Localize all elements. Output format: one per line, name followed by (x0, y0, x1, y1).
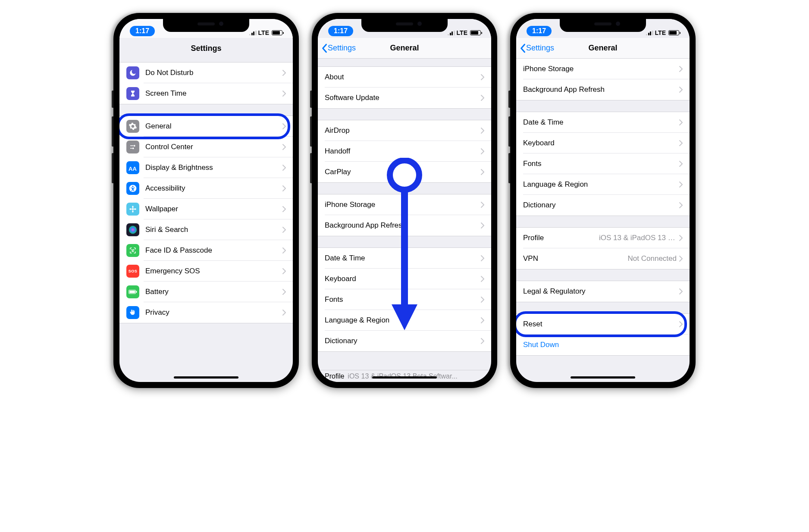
svg-point-8 (129, 208, 132, 210)
notch (361, 19, 448, 32)
home-indicator (571, 376, 635, 379)
back-button[interactable]: Settings (520, 44, 554, 53)
nav-title: General (390, 44, 419, 53)
row-wallpaper[interactable]: Wallpaper (119, 199, 293, 219)
row-label: Software Update (325, 94, 481, 102)
row-label: Shut Down (523, 341, 683, 349)
partial-row-profile[interactable]: Profile iOS 13 & iPadOS 13 Beta Softwar.… (318, 370, 491, 382)
svg-rect-14 (129, 291, 135, 293)
chevron-right-icon (679, 140, 683, 146)
svg-rect-15 (136, 291, 137, 293)
row-keyboard[interactable]: Keyboard (516, 133, 690, 153)
chevron-right-icon (481, 297, 484, 303)
row-control-center[interactable]: Control Center (119, 137, 293, 157)
row-label: Privacy (145, 308, 282, 317)
svg-point-9 (134, 208, 136, 210)
row-airdrop[interactable]: AirDrop (318, 120, 491, 141)
svg-point-4 (132, 186, 134, 187)
row-label: AirDrop (325, 126, 481, 135)
row-language-region[interactable]: Language & Region (318, 310, 491, 331)
svg-point-11 (132, 250, 132, 250)
nav-bar: Settings General (516, 38, 690, 59)
svg-point-10 (129, 226, 137, 234)
row-label: Dictionary (325, 337, 481, 345)
chevron-right-icon (481, 338, 484, 344)
row-date-time[interactable]: Date & Time (318, 248, 491, 269)
row-emergency-sos[interactable]: SOSEmergency SOS (119, 261, 293, 282)
row-keyboard[interactable]: Keyboard (318, 269, 491, 289)
row-label: Wallpaper (145, 205, 282, 213)
row-general[interactable]: General (119, 116, 293, 137)
row-label: Handoff (325, 147, 481, 156)
chevron-right-icon (481, 128, 484, 134)
chevron-right-icon (481, 276, 484, 282)
row-dictionary[interactable]: Dictionary (516, 195, 690, 216)
row-dictionary[interactable]: Dictionary (318, 331, 491, 351)
svg-point-1 (132, 147, 134, 149)
chevron-right-icon (282, 70, 286, 76)
phone-frame-1: 1:17 LTE Settings Do Not DisturbScreen T… (113, 13, 299, 388)
row-label: General (145, 122, 282, 131)
back-button[interactable]: Settings (321, 44, 356, 53)
row-battery[interactable]: Battery (119, 282, 293, 302)
row-legal-regulatory[interactable]: Legal & Regulatory (516, 281, 690, 302)
row-do-not-disturb[interactable]: Do Not Disturb (119, 63, 293, 83)
row-value: iOS 13 & iPadOS 13 Beta Softwar... (599, 234, 677, 242)
chevron-right-icon (282, 247, 286, 253)
battery-icon (668, 30, 679, 35)
back-label: Settings (526, 44, 554, 53)
row-label: Background App Refresh (523, 85, 679, 94)
phone-frame-3: 1:17 LTE Settings General iPhone Storage… (510, 13, 696, 388)
row-vpn[interactable]: VPNNot Connected (516, 248, 690, 269)
row-face-id-passcode[interactable]: Face ID & Passcode (119, 240, 293, 261)
chevron-right-icon (481, 222, 484, 228)
row-software-update[interactable]: Software Update (318, 88, 491, 108)
chevron-right-icon (481, 95, 484, 101)
svg-point-6 (132, 206, 133, 208)
sos-icon: SOS (126, 265, 139, 278)
row-profile[interactable]: ProfileiOS 13 & iPadOS 13 Beta Softwar..… (516, 228, 690, 248)
row-label: iPhone Storage (325, 200, 481, 209)
home-indicator (372, 376, 437, 379)
row-reset[interactable]: Reset (516, 314, 690, 335)
chevron-right-icon (679, 288, 683, 294)
battery-icon (470, 30, 481, 35)
row-about[interactable]: About (318, 67, 491, 88)
chevron-right-icon (679, 235, 683, 241)
chevron-right-icon (679, 202, 683, 208)
status-time: 1:17 (527, 26, 552, 36)
row-fonts[interactable]: Fonts (318, 289, 491, 310)
chevron-left-icon (321, 44, 327, 53)
row-background-app-refresh[interactable]: Background App Refresh (516, 79, 690, 100)
chevron-right-icon (679, 256, 683, 262)
chevron-right-icon (481, 74, 484, 80)
row-privacy[interactable]: Privacy (119, 302, 293, 323)
row-value: Not Connected (628, 254, 677, 263)
row-carplay[interactable]: CarPlay (318, 162, 491, 182)
gear-icon (126, 120, 139, 133)
row-label: Emergency SOS (145, 267, 282, 275)
notch (163, 19, 249, 32)
row-fonts[interactable]: Fonts (516, 153, 690, 174)
row-label: Accessibility (145, 184, 282, 193)
row-label: Keyboard (325, 275, 481, 283)
row-date-time[interactable]: Date & Time (516, 112, 690, 133)
row-display-brightness[interactable]: AADisplay & Brightness (119, 157, 293, 178)
row-language-region[interactable]: Language & Region (516, 174, 690, 195)
row-siri-search[interactable]: Siri & Search (119, 219, 293, 240)
faceid-icon (126, 244, 139, 257)
svg-point-0 (134, 145, 135, 147)
row-handoff[interactable]: Handoff (318, 141, 491, 162)
row-background-app-refresh[interactable]: Background App Refresh (318, 215, 491, 236)
signal-icon (646, 31, 653, 35)
row-iphone-storage[interactable]: iPhone Storage (516, 59, 690, 79)
chevron-right-icon (282, 91, 286, 97)
row-iphone-storage[interactable]: iPhone Storage (318, 194, 491, 215)
svg-text:AA: AA (129, 166, 137, 172)
row-screen-time[interactable]: Screen Time (119, 83, 293, 104)
siri-icon (126, 223, 139, 236)
signal-icon (448, 31, 455, 35)
chevron-right-icon (679, 119, 683, 125)
row-shut-down[interactable]: Shut Down (516, 335, 690, 355)
row-accessibility[interactable]: Accessibility (119, 178, 293, 199)
